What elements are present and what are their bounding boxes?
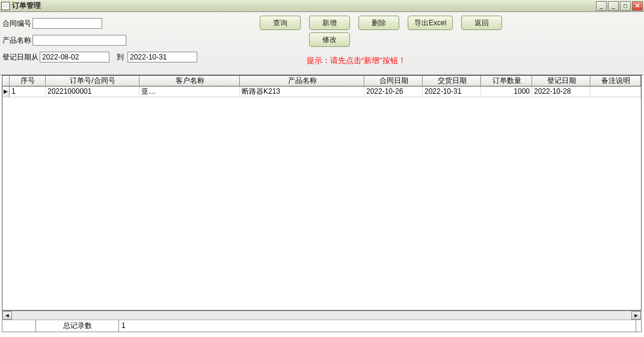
product-name-input[interactable] (32, 35, 126, 46)
status-spacer (2, 320, 36, 332)
minimize-button[interactable]: _ (608, 1, 619, 11)
orders-grid: 序号 订单号/合同号 客户名称 产品名称 合同日期 交货日期 订单数量 登记日期… (2, 75, 642, 311)
cell-remark (590, 87, 641, 97)
table-row[interactable]: ▶ 1 20221000001 亚… 断路器K213 2022-10-26 20… (2, 87, 641, 97)
grid-header-contractdate[interactable]: 合同日期 (364, 76, 423, 86)
scroll-right-icon[interactable]: ► (631, 311, 641, 320)
query-button[interactable]: 查询 (260, 16, 301, 30)
grid-header-product[interactable]: 产品名称 (240, 76, 364, 86)
date-from-input[interactable] (40, 52, 109, 62)
cell-seq: 1 (10, 87, 46, 97)
status-bar: 总记录数 1 (2, 320, 642, 332)
cell-deliverydate: 2022-10-31 (423, 87, 481, 97)
cell-regdate: 2022-10-28 (532, 87, 590, 97)
total-records-label: 总记录数 (36, 320, 119, 332)
filter-panel: 合同编号 产品名称 登记日期从 到 查询 新增 删除 导出Excel 返回 修改… (0, 12, 644, 75)
grid-header-orderno[interactable]: 订单号/合同号 (46, 76, 140, 86)
date-to-input[interactable] (127, 52, 197, 62)
cell-customer: 亚… (140, 87, 240, 97)
date-to-label: 到 (117, 52, 124, 62)
register-date-from-label: 登记日期从 (2, 52, 38, 62)
grid-header-deliverydate[interactable]: 交货日期 (423, 76, 481, 86)
close-button[interactable]: ✕ (632, 1, 643, 11)
grid-header-remark[interactable]: 备注说明 (590, 76, 641, 86)
grid-header-seq[interactable]: 序号 (10, 76, 46, 86)
grid-header-indicator (2, 76, 10, 86)
grid-header-regdate[interactable]: 登记日期 (532, 76, 590, 86)
horizontal-scrollbar[interactable]: ◄ ► (2, 311, 642, 320)
cell-qty: 1000 (481, 87, 532, 97)
grid-header-qty[interactable]: 订单数量 (481, 76, 532, 86)
product-name-label: 产品名称 (2, 35, 31, 46)
window-controls: _ _ □ ✕ (596, 1, 643, 11)
add-button[interactable]: 新增 (309, 16, 350, 30)
cell-contractdate: 2022-10-26 (364, 87, 423, 97)
export-excel-button[interactable]: 导出Excel (408, 16, 453, 30)
scroll-track[interactable] (12, 311, 631, 320)
titlebar: □ 订单管理 _ _ □ ✕ (0, 0, 644, 12)
app-icon: □ (1, 2, 10, 10)
scroll-left-icon[interactable]: ◄ (2, 311, 12, 320)
modify-button[interactable]: 修改 (309, 32, 350, 47)
maximize-button[interactable]: □ (620, 1, 631, 11)
minimize-secondary-button[interactable]: _ (596, 1, 607, 11)
row-indicator-icon: ▶ (2, 87, 10, 97)
cell-orderno: 20221000001 (46, 87, 140, 97)
contract-number-input[interactable] (32, 18, 102, 29)
window-title: 订单管理 (12, 1, 596, 11)
hint-text: 提示：请先点击“新增”按钮！ (307, 55, 406, 66)
grid-body: ▶ 1 20221000001 亚… 断路器K213 2022-10-26 20… (2, 87, 641, 310)
cell-product: 断路器K213 (240, 87, 364, 97)
grid-header-row: 序号 订单号/合同号 客户名称 产品名称 合同日期 交货日期 订单数量 登记日期… (2, 76, 641, 87)
total-records-value: 1 (119, 320, 636, 332)
grid-header-customer[interactable]: 客户名称 (140, 76, 240, 86)
delete-button[interactable]: 删除 (358, 16, 399, 30)
back-button[interactable]: 返回 (461, 16, 502, 30)
contract-number-label: 合同编号 (2, 19, 31, 29)
